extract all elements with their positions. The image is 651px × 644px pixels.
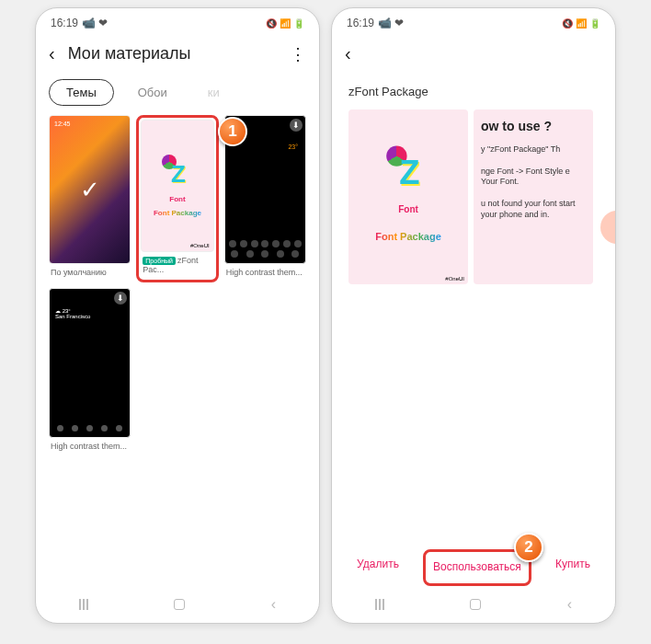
status-right-icons: 🔇 📶 🔋 <box>562 18 600 29</box>
status-right-icons: 🔇 📶 🔋 <box>266 18 304 29</box>
theme-zfont-highlighted[interactable]: Font Font Package #OneUI ПробныйzFont Pa… <box>136 115 218 282</box>
theme-label: High contrast them... <box>49 438 131 454</box>
card1-t2: Font Package <box>375 231 441 242</box>
bottom-actions: Удалить Воспользоваться Купить <box>332 549 615 586</box>
download-icon[interactable]: ⬇ <box>114 292 127 305</box>
theme-label: По умолчанию <box>49 264 131 281</box>
page-title: Мои материалы <box>68 44 277 63</box>
theme-highcontrast-2[interactable]: ⬇ ☁ 23°San Francisco High contrast them.… <box>49 288 131 454</box>
howto-line: nge Font -> Font Style e Your Font. <box>481 167 586 188</box>
card1-brand: #OneUI <box>445 276 464 282</box>
status-time: 16:19 <box>347 17 374 29</box>
nav-back-icon[interactable]: ‹ <box>567 596 572 613</box>
trial-badge: Пробный <box>143 257 176 265</box>
header: ‹ <box>332 32 615 75</box>
theme-default[interactable]: 12:45 ✓ По умолчанию <box>49 115 131 282</box>
detail-title: zFont Package <box>332 75 615 102</box>
phone-left: 1 16:19 📹 ❤ 🔇 📶 🔋 ‹ Мои материалы ⋮ Темы… <box>35 7 320 624</box>
preview-card-2: ow to use ? y "zFont Package" Th nge Fon… <box>474 109 593 284</box>
zfont-logo-icon <box>383 145 432 194</box>
back-icon[interactable]: ‹ <box>49 43 55 64</box>
card1-t1: Font <box>398 204 418 214</box>
download-icon[interactable]: ⬇ <box>290 119 303 132</box>
themes-grid: 12:45 ✓ По умолчанию Font Font Package #… <box>36 115 319 454</box>
theme-label: High contrast them... <box>224 264 306 281</box>
nav-bar: ‹ <box>36 592 319 617</box>
zfont-logo-icon <box>160 155 195 190</box>
buy-button[interactable]: Купить <box>548 549 598 586</box>
tab-themes[interactable]: Темы <box>49 79 114 106</box>
theme-label: ПробныйzFont Pac... <box>141 252 213 278</box>
howto-line: u not found your font start your phone a… <box>481 199 586 220</box>
menu-icon[interactable]: ⋮ <box>290 44 306 64</box>
nav-home-icon[interactable] <box>470 599 481 610</box>
header: ‹ Мои материалы ⋮ <box>36 32 319 75</box>
status-app-icons: 📹 ❤ <box>82 17 108 29</box>
check-icon: ✓ <box>80 176 100 204</box>
thumb-time: 12:45 <box>54 121 71 127</box>
nav-recent-icon[interactable] <box>79 599 88 610</box>
callout-2: 2 <box>514 533 543 562</box>
nav-bar: ‹ <box>332 592 615 617</box>
nav-recent-icon[interactable] <box>375 599 384 610</box>
preview-card-1: Font Font Package #OneUI <box>348 109 468 284</box>
status-time: 16:19 <box>51 17 78 29</box>
detail-previews[interactable]: Font Font Package #OneUI ow to use ? y "… <box>332 102 615 284</box>
tab-icons[interactable]: ки <box>191 80 236 105</box>
phone-right: 2 16:19 📹 ❤ 🔇 📶 🔋 ‹ zFont Package Font F… <box>331 7 616 624</box>
howto-line: y "zFont Package" Th <box>481 144 560 155</box>
zfont-brand: #OneUI <box>190 243 210 248</box>
tabs: Темы Обои ки <box>36 75 319 115</box>
status-bar: 16:19 📹 ❤ 🔇 📶 🔋 <box>332 8 615 32</box>
nav-home-icon[interactable] <box>174 599 185 610</box>
use-button[interactable]: Воспользоваться <box>423 549 531 586</box>
zfont-t2: Font Package <box>154 209 201 217</box>
zfont-t1: Font <box>169 195 185 203</box>
back-icon[interactable]: ‹ <box>345 43 351 64</box>
delete-button[interactable]: Удалить <box>349 549 406 586</box>
status-bar: 16:19 📹 ❤ 🔇 📶 🔋 <box>36 8 319 32</box>
nav-back-icon[interactable]: ‹ <box>271 596 276 613</box>
status-app-icons: 📹 ❤ <box>378 17 404 29</box>
callout-1: 1 <box>218 117 247 146</box>
howto-title: ow to use ? <box>481 119 552 133</box>
tab-wallpapers[interactable]: Обои <box>121 80 184 105</box>
